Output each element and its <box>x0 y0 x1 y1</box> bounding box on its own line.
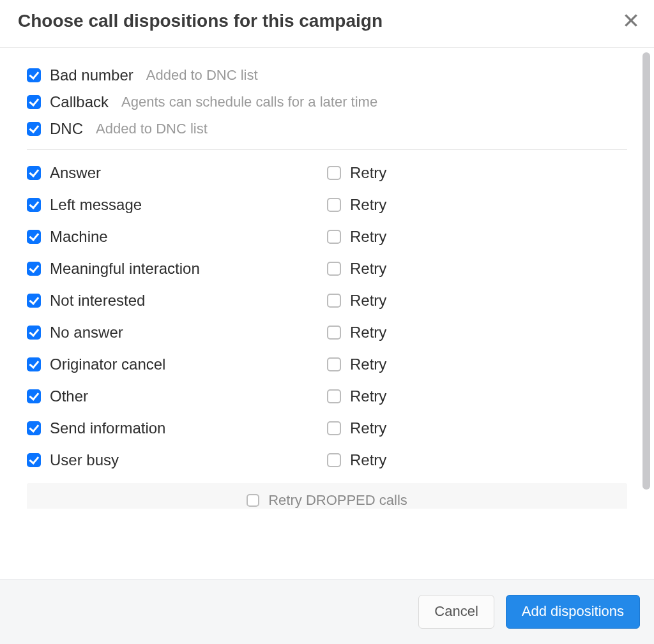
disposition-label: DNC <box>50 120 83 138</box>
cancel-button[interactable]: Cancel <box>418 595 494 628</box>
disposition-checkbox-callback[interactable] <box>27 95 41 109</box>
disposition-checkbox-send-information[interactable] <box>27 421 41 435</box>
disposition-description: Agents can schedule calls for a later ti… <box>121 94 377 110</box>
disposition-label: Not interested <box>50 292 145 310</box>
retry-checkbox-answer[interactable] <box>327 166 341 180</box>
disposition-label: Bad number <box>50 66 133 84</box>
disposition-row: Not interestedRetry <box>27 292 627 310</box>
disposition-checkbox-other[interactable] <box>27 389 41 403</box>
dispositions-list: AnswerRetryLeft messageRetryMachineRetry… <box>27 164 627 469</box>
scrollbar-track[interactable] <box>641 52 651 573</box>
retry-checkbox-user-busy[interactable] <box>327 453 341 467</box>
disposition-checkbox-originator-cancel[interactable] <box>27 357 41 371</box>
disposition-row: No answerRetry <box>27 324 627 341</box>
retry-label: Retry <box>350 292 386 310</box>
retry-checkbox-meaningful-interaction[interactable] <box>327 262 341 276</box>
disposition-checkbox-not-interested[interactable] <box>27 294 41 308</box>
retry-checkbox-other[interactable] <box>327 389 341 403</box>
retry-label: Retry <box>350 324 386 341</box>
divider <box>27 149 627 150</box>
disposition-checkbox-no-answer[interactable] <box>27 326 41 340</box>
disposition-checkbox-machine[interactable] <box>27 230 41 244</box>
modal-footer: Cancel Add dispositions <box>0 579 654 644</box>
disposition-checkbox-left-message[interactable] <box>27 198 41 212</box>
disposition-row: Send informationRetry <box>27 419 627 437</box>
disposition-label: Originator cancel <box>50 356 165 373</box>
disposition-checkbox-user-busy[interactable] <box>27 453 41 467</box>
disposition-label: Send information <box>50 419 165 437</box>
disposition-row: Meaningful interactionRetry <box>27 260 627 278</box>
disposition-checkbox-meaningful-interaction[interactable] <box>27 262 41 276</box>
disposition-label: Left message <box>50 196 142 214</box>
disposition-label: No answer <box>50 324 123 341</box>
top-disposition-row: CallbackAgents can schedule calls for a … <box>27 93 627 111</box>
disposition-checkbox-answer[interactable] <box>27 166 41 180</box>
retry-label: Retry <box>350 164 386 182</box>
disposition-row: Originator cancelRetry <box>27 356 627 373</box>
disposition-description: Added to DNC list <box>146 67 258 84</box>
disposition-description: Added to DNC list <box>96 121 208 137</box>
disposition-row: MachineRetry <box>27 228 627 246</box>
retry-dropped-row: Retry DROPPED calls <box>27 483 627 509</box>
disposition-label: Meaningful interaction <box>50 260 200 278</box>
retry-checkbox-originator-cancel[interactable] <box>327 357 341 371</box>
disposition-label: Machine <box>50 228 108 246</box>
disposition-checkbox-dnc[interactable] <box>27 122 41 136</box>
retry-checkbox-send-information[interactable] <box>327 421 341 435</box>
retry-label: Retry <box>350 228 386 246</box>
retry-checkbox-no-answer[interactable] <box>327 326 341 340</box>
top-dispositions-list: Bad numberAdded to DNC listCallbackAgent… <box>27 66 627 138</box>
disposition-row: AnswerRetry <box>27 164 627 182</box>
top-disposition-row: DNCAdded to DNC list <box>27 120 627 138</box>
retry-dropped-label: Retry DROPPED calls <box>268 492 407 509</box>
disposition-label: User busy <box>50 451 119 469</box>
retry-label: Retry <box>350 356 386 373</box>
retry-dropped-checkbox[interactable] <box>247 494 259 507</box>
modal-header: Choose call dispositions for this campai… <box>0 0 654 48</box>
retry-label: Retry <box>350 451 386 469</box>
retry-checkbox-not-interested[interactable] <box>327 294 341 308</box>
disposition-row: User busyRetry <box>27 451 627 469</box>
disposition-label: Callback <box>50 93 109 111</box>
modal-body: Bad numberAdded to DNC listCallbackAgent… <box>0 49 654 579</box>
disposition-label: Other <box>50 387 88 405</box>
retry-label: Retry <box>350 387 386 405</box>
modal-title: Choose call dispositions for this campai… <box>18 10 636 32</box>
retry-checkbox-left-message[interactable] <box>327 198 341 212</box>
disposition-label: Answer <box>50 164 101 182</box>
retry-checkbox-machine[interactable] <box>327 230 341 244</box>
retry-label: Retry <box>350 196 386 214</box>
disposition-checkbox-bad-number[interactable] <box>27 68 41 82</box>
top-disposition-row: Bad numberAdded to DNC list <box>27 66 627 84</box>
retry-label: Retry <box>350 419 386 437</box>
disposition-row: OtherRetry <box>27 387 627 405</box>
close-icon[interactable] <box>620 9 643 32</box>
disposition-row: Left messageRetry <box>27 196 627 214</box>
retry-label: Retry <box>350 260 386 278</box>
add-dispositions-button[interactable]: Add dispositions <box>506 595 640 628</box>
scrollbar-thumb[interactable] <box>643 52 650 490</box>
